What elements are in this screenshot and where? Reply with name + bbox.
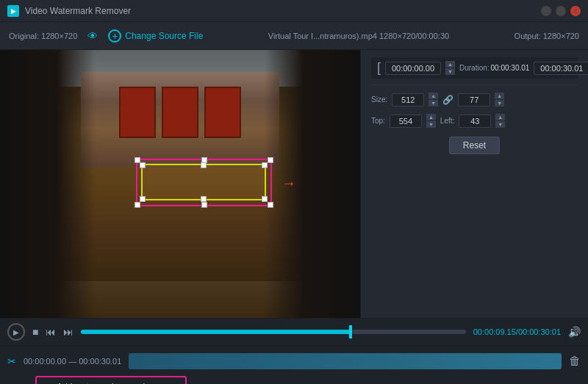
width-down[interactable]: ▼ xyxy=(429,100,438,106)
left-label: Left: xyxy=(440,117,454,125)
arrow-right-icon: → xyxy=(282,174,296,191)
width-input[interactable] xyxy=(392,93,424,106)
next-frame-button[interactable]: ⏭ xyxy=(63,326,74,338)
start-time-input[interactable] xyxy=(385,62,441,75)
top-up[interactable]: ▲ xyxy=(426,114,436,120)
scissors-icon: ✂ xyxy=(7,355,16,367)
end-time-input[interactable] xyxy=(534,62,588,75)
top-label: Top: xyxy=(371,117,385,125)
ruin-window-2 xyxy=(162,87,198,138)
add-watermark-area: → + Add watermark removing area xyxy=(0,376,588,384)
volume-icon[interactable]: 🔊 xyxy=(568,326,581,338)
trash-icon[interactable]: 🗑 xyxy=(569,355,581,368)
bracket-icon: [ xyxy=(377,60,381,76)
title-bar-controls: — □ ✕ xyxy=(541,6,581,16)
start-time-down[interactable]: ▼ xyxy=(445,68,455,75)
segment-bar[interactable] xyxy=(129,353,562,369)
video-area: → xyxy=(0,50,360,318)
play-button[interactable]: ▶ xyxy=(7,323,25,341)
height-up[interactable]: ▲ xyxy=(495,93,504,99)
minimize-button[interactable]: — xyxy=(541,6,551,16)
left-down[interactable]: ▼ xyxy=(495,121,505,128)
resize-handle-bl[interactable] xyxy=(135,202,140,208)
left-input[interactable] xyxy=(459,115,491,128)
segment-fill xyxy=(129,353,562,369)
controls-bar: ▶ ■ ⏮ ⏭ 00:00:09.15/00:00:30:01 🔊 xyxy=(0,318,588,346)
yellow-handle-bm[interactable] xyxy=(201,196,207,202)
timeline-fill xyxy=(81,330,350,334)
top-spinner: ▲ ▼ xyxy=(426,114,436,128)
top-input[interactable] xyxy=(390,115,422,128)
plus-circle-icon: + xyxy=(108,29,121,43)
prev-frame-button[interactable]: ⏮ xyxy=(46,326,56,338)
time-row: [ ▲ ▼ Duration:00:00:30.01 ▲ ▼ xyxy=(371,57,578,79)
change-source-button[interactable]: + Change Source File xyxy=(108,29,203,43)
resize-handle-tr[interactable] xyxy=(268,157,273,163)
add-watermark-button[interactable]: + Add watermark removing area xyxy=(35,376,187,384)
resize-handle-bm[interactable] xyxy=(201,202,207,208)
main-content: → [ ▲ ▼ Duration:00: xyxy=(0,50,588,318)
link-icon[interactable]: 🔗 xyxy=(442,95,453,105)
timeline-thumb[interactable] xyxy=(349,325,352,338)
original-resolution-label: Original: 1280×720 xyxy=(9,32,77,40)
file-name-label: Virtual Tour I...ntramuros).mp4 1280×720… xyxy=(213,32,503,40)
start-time-up[interactable]: ▲ xyxy=(445,61,455,68)
reset-button[interactable]: Reset xyxy=(449,137,500,154)
app-icon: ▶ xyxy=(7,5,19,17)
timeline[interactable] xyxy=(81,330,465,334)
duration-label: Duration:00:00:30.01 xyxy=(459,64,529,72)
arch-left xyxy=(0,50,96,318)
time-range-label: 00:00:00.00 — 00:00:30.01 xyxy=(24,357,121,366)
width-up[interactable]: ▲ xyxy=(429,93,438,99)
yellow-handle-tm[interactable] xyxy=(201,162,207,168)
size-label: Size: xyxy=(371,95,387,104)
yellow-handle-tr[interactable] xyxy=(262,162,268,168)
size-row: Size: ▲ ▼ 🔗 ▲ ▼ xyxy=(371,91,578,108)
right-panel: [ ▲ ▼ Duration:00:00:30.01 ▲ ▼ Size: xyxy=(360,50,588,318)
top-down[interactable]: ▼ xyxy=(426,121,436,128)
start-time-spinner: ▲ ▼ xyxy=(445,61,455,75)
ruins-windows xyxy=(96,87,265,138)
resize-handle-br[interactable] xyxy=(268,202,273,208)
title-bar-left: ▶ Video Watermark Remover xyxy=(7,5,131,17)
watermark-selection-yellow[interactable] xyxy=(141,164,266,200)
yellow-handle-tl[interactable] xyxy=(140,162,146,168)
ruin-window-1 xyxy=(119,87,156,138)
position-row: Top: ▲ ▼ Left: ▲ ▼ xyxy=(371,112,578,129)
yellow-handle-bl[interactable] xyxy=(140,196,146,202)
stop-button[interactable]: ■ xyxy=(32,326,38,338)
left-up[interactable]: ▲ xyxy=(495,114,505,120)
change-source-label: Change Source File xyxy=(125,31,203,41)
ruin-window-3 xyxy=(204,87,241,138)
video-frame: → xyxy=(0,50,360,318)
top-bar: Original: 1280×720 👁 + Change Source Fil… xyxy=(0,22,588,50)
time-controls-section: [ ▲ ▼ Duration:00:00:30.01 ▲ ▼ Size: xyxy=(371,57,578,154)
close-button[interactable]: ✕ xyxy=(570,6,581,16)
width-spinner: ▲ ▼ xyxy=(429,93,438,106)
eye-icon[interactable]: 👁 xyxy=(87,30,98,42)
maximize-button[interactable]: □ xyxy=(556,6,566,16)
title-bar: ▶ Video Watermark Remover — □ ✕ xyxy=(0,0,588,22)
height-spinner: ▲ ▼ xyxy=(495,93,504,106)
red-arrow-icon: → xyxy=(7,380,21,385)
height-input[interactable] xyxy=(458,93,490,106)
height-down[interactable]: ▼ xyxy=(495,100,504,106)
yellow-handle-br[interactable] xyxy=(262,196,268,202)
plus-icon: + xyxy=(47,381,53,384)
time-display: 00:00:09.15/00:00:30:01 xyxy=(473,327,561,336)
arch-right xyxy=(265,50,360,318)
app-title: Video Watermark Remover xyxy=(25,6,131,16)
left-spinner: ▲ ▼ xyxy=(495,114,505,128)
divider-1 xyxy=(371,84,578,85)
segment-row: ✂ 00:00:00.00 — 00:00:30.01 🗑 xyxy=(0,347,588,376)
output-resolution-label: Output: 1280×720 xyxy=(514,32,579,40)
bottom-strip: ✂ 00:00:00.00 — 00:00:30.01 🗑 → + Add wa… xyxy=(0,346,588,384)
